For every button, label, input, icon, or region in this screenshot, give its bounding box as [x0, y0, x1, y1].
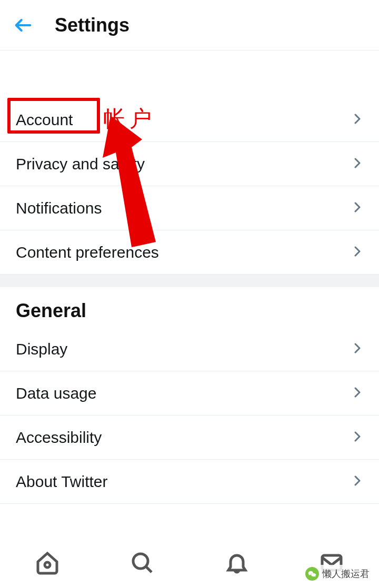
chevron-right-icon	[351, 245, 363, 260]
chevron-right-icon	[351, 342, 363, 357]
wechat-icon	[305, 567, 319, 581]
chevron-right-icon	[351, 157, 363, 171]
watermark: 懒人搬运君	[300, 565, 375, 583]
bell-icon	[224, 550, 250, 575]
page-title: Settings	[55, 14, 129, 36]
settings-row-display[interactable]: Display	[0, 327, 379, 371]
row-label: About Twitter	[16, 473, 108, 491]
row-label: Display	[16, 340, 67, 358]
settings-row-content-pref[interactable]: Content preferences	[0, 230, 379, 275]
spacer	[0, 50, 379, 98]
row-label: Content preferences	[16, 244, 159, 261]
header-bar: Settings	[0, 0, 379, 50]
tab-notifications[interactable]	[212, 538, 262, 588]
svg-point-0	[45, 562, 50, 567]
section-divider	[0, 275, 379, 287]
chevron-right-icon	[351, 430, 363, 445]
row-label: Privacy and safety	[16, 155, 145, 173]
search-icon	[129, 550, 155, 575]
home-icon	[35, 550, 60, 575]
back-button[interactable]	[11, 13, 36, 38]
settings-row-privacy[interactable]: Privacy and safety	[0, 142, 379, 186]
tab-search[interactable]	[117, 538, 167, 588]
chevron-right-icon	[351, 113, 363, 127]
row-label: Accessibility	[16, 429, 102, 447]
chevron-right-icon	[351, 386, 363, 401]
row-label: Data usage	[16, 384, 96, 402]
row-label: Account	[16, 111, 73, 129]
chevron-right-icon	[351, 474, 363, 489]
arrow-left-icon	[13, 15, 34, 36]
watermark-text: 懒人搬运君	[322, 567, 370, 580]
settings-row-about[interactable]: About Twitter	[0, 460, 379, 504]
settings-row-account[interactable]: Account	[0, 98, 379, 142]
section-title-general: General	[0, 287, 379, 327]
settings-row-data-usage[interactable]: Data usage	[0, 371, 379, 415]
tab-home[interactable]	[22, 538, 73, 588]
settings-row-notifications[interactable]: Notifications	[0, 186, 379, 230]
chevron-right-icon	[351, 201, 363, 216]
row-label: Notifications	[16, 199, 102, 217]
svg-point-1	[133, 554, 148, 569]
svg-line-2	[146, 566, 152, 572]
settings-row-accessibility[interactable]: Accessibility	[0, 415, 379, 460]
